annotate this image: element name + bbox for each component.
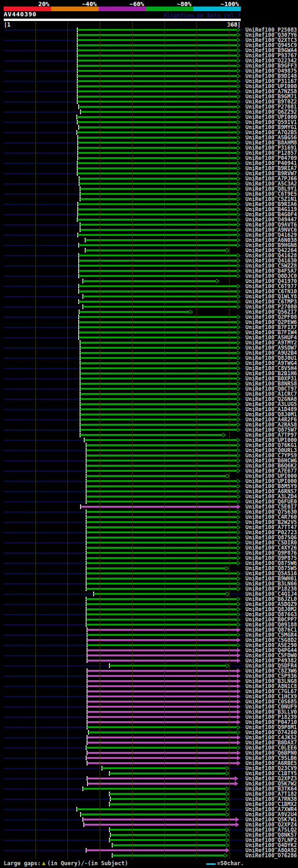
- leader-line: [4, 337, 78, 338]
- arrowhead-icon: [237, 648, 241, 653]
- label-connector-line: [241, 276, 245, 276]
- label-connector-line: [230, 768, 245, 769]
- hit-bar: [88, 731, 237, 733]
- arrowhead-inner: [237, 300, 239, 303]
- label-connector-line: [241, 255, 245, 256]
- hit-bar: [87, 634, 237, 636]
- arrowhead-inner: [237, 541, 239, 544]
- leader-line: [4, 511, 85, 513]
- hit-bar: [79, 321, 237, 323]
- hit-bar: [79, 301, 237, 303]
- arrowhead-inner: [226, 772, 228, 775]
- label-connector-line: [241, 450, 245, 451]
- label-connector-line: [241, 409, 245, 410]
- arrowhead-icon: [237, 653, 241, 658]
- hit-bar: [112, 854, 224, 856]
- hit-bar: [86, 552, 237, 554]
- hit-bar: [79, 178, 237, 179]
- arrowhead-inner: [226, 664, 229, 667]
- arrowhead-inner: [226, 767, 228, 770]
- hit-bar: [79, 183, 237, 185]
- leader-line: [4, 255, 78, 256]
- arrowhead-inner: [237, 500, 239, 503]
- arrowhead-inner: [226, 828, 228, 831]
- leader-line: [4, 532, 85, 533]
- label-connector-line: [241, 675, 245, 676]
- arrowhead-inner: [237, 608, 239, 611]
- hit-bar: [83, 819, 236, 820]
- arrowhead-inner: [237, 326, 239, 329]
- label-connector-line: [241, 327, 245, 328]
- leader-line: [4, 563, 85, 564]
- hit-bar: [86, 465, 237, 467]
- arrowhead-inner: [237, 331, 239, 334]
- leader-line: [4, 91, 76, 92]
- arrowhead-icon: [237, 715, 241, 719]
- hit-bar: [87, 737, 237, 738]
- arrowhead-inner: [237, 290, 239, 293]
- arrowhead-inner: [237, 603, 239, 606]
- hit-bar: [78, 208, 237, 210]
- hit-bar: [78, 234, 237, 236]
- arrowhead-inner: [237, 459, 239, 462]
- leader-line: [4, 645, 86, 646]
- hit-bar: [87, 716, 237, 718]
- arrowhead-inner: [237, 557, 239, 559]
- label-connector-line: [230, 809, 245, 810]
- arrowhead-icon: [237, 740, 241, 745]
- hit-bar: [80, 224, 237, 226]
- hit-bar: [80, 347, 237, 349]
- arrowhead-inner: [237, 582, 239, 585]
- leader-line: [4, 604, 85, 605]
- arrowhead-inner: [237, 413, 239, 416]
- hit-bar: [86, 531, 237, 533]
- arrowhead-inner: [237, 244, 239, 247]
- hit-label[interactable]: UniRef100_O76286: [245, 853, 297, 858]
- hit-bar: [77, 39, 237, 41]
- hit-bar: [87, 690, 237, 692]
- hit-bar: [77, 70, 237, 72]
- leader-line: [4, 142, 77, 144]
- gap-triangle-icon: [42, 861, 46, 865]
- arrowhead-inner: [237, 305, 239, 308]
- leader-line: [4, 317, 78, 318]
- arrowhead-inner: [226, 844, 228, 847]
- arrowhead-inner: [226, 792, 228, 795]
- leader-line: [4, 501, 85, 503]
- hit-bar: [80, 357, 237, 359]
- arrowhead-inner: [237, 551, 239, 554]
- leader-line: [4, 491, 85, 492]
- arrowhead-icon: [237, 668, 241, 673]
- label-connector-line: [241, 481, 245, 482]
- arrowhead-inner: [237, 213, 239, 216]
- hit-bar: [80, 388, 237, 390]
- label-connector-line: [241, 337, 245, 338]
- label-connector-line: [241, 29, 245, 30]
- arrowhead-inner: [237, 372, 239, 375]
- hit-bar: [86, 475, 226, 477]
- arrowhead-inner: [237, 418, 239, 421]
- gridline: [196, 21, 197, 859]
- hit-bar: [77, 101, 237, 103]
- leader-line: [4, 111, 80, 113]
- arrowhead-inner: [237, 95, 239, 98]
- hit-bar: [87, 670, 237, 672]
- leader-line: [4, 583, 85, 585]
- hit-bar: [79, 316, 237, 318]
- hit-bar: [86, 511, 237, 513]
- arrowhead-icon: [237, 699, 241, 704]
- leader-line: [4, 696, 86, 697]
- hit-bar: [77, 172, 237, 174]
- hit-bar: [87, 762, 237, 764]
- hit-bar: [87, 752, 237, 754]
- scale-line-icon: [206, 863, 216, 865]
- label-connector-line: [241, 686, 245, 687]
- label-connector-line: [241, 40, 245, 41]
- arrowhead-inner: [237, 167, 239, 170]
- label-connector-line: [241, 101, 245, 102]
- arrowhead-inner: [237, 464, 239, 467]
- leader-line: [4, 686, 86, 687]
- leader-line: [4, 593, 93, 595]
- hit-bar: [79, 285, 237, 287]
- arrowhead-inner: [226, 803, 228, 806]
